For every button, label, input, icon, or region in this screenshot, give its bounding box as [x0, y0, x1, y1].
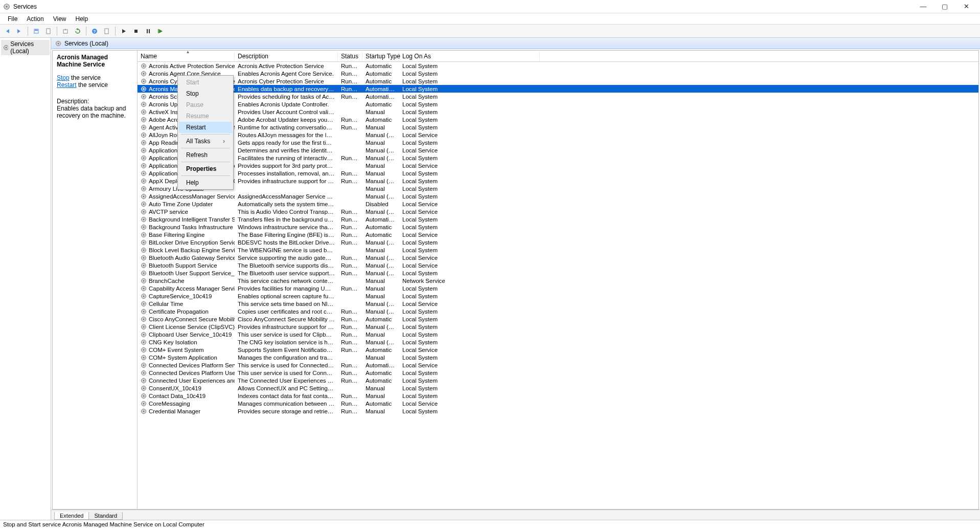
restart-button[interactable]	[155, 26, 166, 37]
restart-link[interactable]: Restart	[57, 81, 77, 89]
svc-startup: Manual	[362, 278, 399, 284]
stop-link[interactable]: Stop	[57, 74, 70, 81]
help-button[interactable]	[89, 26, 100, 37]
service-row[interactable]: AssignedAccessManager ServiceAssignedAcc…	[138, 192, 978, 200]
menu-file[interactable]: File	[3, 14, 22, 24]
forward-button[interactable]	[14, 26, 25, 37]
col-desc[interactable]: Description	[235, 52, 338, 61]
service-row[interactable]: Cisco AnyConnect Secure Mobility AgentCi…	[138, 315, 978, 323]
pause-button[interactable]	[143, 26, 154, 37]
gear-icon	[141, 163, 147, 169]
service-row[interactable]: Background Intelligent Transfer ServiceT…	[138, 215, 978, 223]
service-row[interactable]: AppX Deployment Service (AppXSVC)Provide…	[138, 177, 978, 185]
refresh-button[interactable]	[72, 26, 83, 37]
service-row[interactable]: CoreMessagingManages communication betwe…	[138, 400, 978, 407]
service-row[interactable]: COM+ System ApplicationManages the confi…	[138, 354, 978, 361]
service-row[interactable]: BranchCacheThis service caches network c…	[138, 277, 978, 284]
ctx-refresh[interactable]: Refresh	[179, 149, 232, 161]
tree-root-item[interactable]: Services (Local)	[1, 40, 50, 55]
service-row[interactable]: Bluetooth Audio Gateway ServiceService s…	[138, 254, 978, 261]
menu-help[interactable]: Help	[71, 14, 93, 24]
service-row[interactable]: CNG Key IsolationThe CNG key isolation s…	[138, 338, 978, 346]
service-row[interactable]: Connected Devices Platform ServiceThis s…	[138, 361, 978, 369]
ctx-properties[interactable]: Properties	[179, 163, 232, 174]
service-row[interactable]: ConsentUX_10c419Allows ConnectUX and PC …	[138, 384, 978, 392]
start-button[interactable]	[118, 26, 129, 37]
service-row[interactable]: Armoury Live UpdateManualLocal System	[138, 185, 978, 192]
show-hide-tree-button[interactable]	[31, 26, 42, 37]
close-button[interactable]: ✕	[955, 3, 977, 10]
service-row[interactable]: Capability Access Manager ServiceProvide…	[138, 284, 978, 292]
service-row[interactable]: Agent Activation Runtime_10c419Runtime f…	[138, 123, 978, 131]
svc-name: Bluetooth Support Service	[149, 262, 217, 269]
service-row[interactable]: Application Layer Gateway ServiceProvide…	[138, 162, 978, 169]
ctx-pause: Pause	[179, 99, 232, 111]
service-row[interactable]: Clipboard User Service_10c419This user s…	[138, 330, 978, 338]
tab-standard[interactable]: Standard	[88, 512, 123, 520]
menu-view[interactable]: View	[49, 14, 71, 24]
service-row[interactable]: Adobe Acrobat Update ServiceAdobe Acroba…	[138, 116, 978, 123]
svc-name: Client License Service (ClipSVC)	[149, 324, 235, 330]
service-row[interactable]: Connected User Experiences and Teleme...…	[138, 377, 978, 384]
open-button[interactable]	[101, 26, 112, 37]
service-row[interactable]: Acronis Active Protection ServiceAcronis…	[138, 62, 978, 70]
svc-startup: Manual (Trig...	[362, 339, 399, 345]
col-status[interactable]: Status	[338, 52, 362, 61]
service-row[interactable]: Contact Data_10c419Indexes contact data …	[138, 392, 978, 400]
svc-desc: This service sets time based on NITZ mes…	[235, 301, 338, 307]
selected-name: Acronis Managed Machine Service	[57, 54, 133, 68]
service-row[interactable]: Connected Devices Platform User Service_…	[138, 369, 978, 377]
svc-logon: Local System	[399, 86, 540, 92]
service-row[interactable]: Bluetooth User Support Service_10c419The…	[138, 269, 978, 277]
menu-action[interactable]: Action	[22, 14, 48, 24]
ctx-stop[interactable]: Stop	[179, 88, 232, 99]
service-row[interactable]: Application InformationFacilitates the r…	[138, 154, 978, 162]
svc-logon: Local System	[399, 285, 540, 292]
stop-button[interactable]	[130, 26, 142, 37]
service-row[interactable]: Application ManagementProcesses installa…	[138, 169, 978, 177]
svc-startup: Manual	[362, 393, 399, 399]
service-row[interactable]: Acronis Agent Core ServiceEnables Acroni…	[138, 70, 978, 77]
service-row[interactable]: Auto Time Zone UpdaterAutomatically sets…	[138, 200, 978, 208]
col-name[interactable]: Name▲	[138, 52, 235, 61]
maximize-button[interactable]: ▢	[934, 3, 955, 10]
app-icon	[3, 3, 10, 10]
service-row[interactable]: BitLocker Drive Encryption ServiceBDESVC…	[138, 238, 978, 246]
col-logon[interactable]: Log On As	[399, 52, 540, 61]
service-row[interactable]: Acronis Update ControllerEnables Acronis…	[138, 100, 978, 108]
tab-extended[interactable]: Extended	[54, 512, 89, 520]
service-row[interactable]: AVCTP serviceThis is Audio Video Control…	[138, 208, 978, 215]
service-row[interactable]: Block Level Backup Engine ServiceThe WBE…	[138, 246, 978, 254]
minimize-button[interactable]: —	[913, 3, 934, 10]
ctx-all-tasks[interactable]: All Tasks	[179, 136, 232, 147]
service-row[interactable]: ActiveX Installer (AxInstSV)Provides Use…	[138, 108, 978, 116]
service-row[interactable]: Application IdentityDetermines and verif…	[138, 146, 978, 154]
service-row[interactable]: Background Tasks Infrastructure ServiceW…	[138, 223, 978, 231]
service-row[interactable]: Acronis Scheduler2 ServiceProvides sched…	[138, 93, 978, 100]
col-startup[interactable]: Startup Type	[362, 52, 399, 61]
service-row[interactable]: Base Filtering EngineThe Base Filtering …	[138, 231, 978, 238]
ctx-help[interactable]: Help	[179, 177, 232, 188]
list-body[interactable]: Acronis Active Protection ServiceAcronis…	[138, 62, 978, 509]
svc-status: Running	[338, 370, 362, 376]
service-row[interactable]: Certificate PropagationCopies user certi…	[138, 307, 978, 315]
service-row[interactable]: Bluetooth Support ServiceThe Bluetooth s…	[138, 261, 978, 269]
service-row[interactable]: Cellular TimeThis service sets time base…	[138, 300, 978, 307]
back-button[interactable]	[2, 26, 13, 37]
properties-button[interactable]	[43, 26, 54, 37]
service-row[interactable]: CaptureService_10c419Enables optional sc…	[138, 292, 978, 300]
service-row[interactable]: Acronis Managed Machine ServiceEnables d…	[138, 85, 978, 93]
svc-desc: Enables data backup and recovery on the …	[235, 86, 338, 92]
ctx-restart[interactable]: Restart	[179, 122, 232, 133]
export-button[interactable]	[60, 26, 71, 37]
service-row[interactable]: App ReadinessGets apps ready for use the…	[138, 139, 978, 146]
service-row[interactable]: Client License Service (ClipSVC)Provides…	[138, 323, 978, 330]
svc-startup: Manual (Trig...	[362, 239, 399, 246]
svc-startup: Manual	[362, 332, 399, 338]
service-row[interactable]: Acronis Cyber Protection ServiceAcronis …	[138, 77, 978, 85]
titlebar[interactable]: Services — ▢ ✕	[0, 0, 980, 13]
service-row[interactable]: Credential ManagerProvides secure storag…	[138, 407, 978, 415]
svc-logon: Local Service	[399, 132, 540, 138]
service-row[interactable]: AllJoyn Router ServiceRoutes AllJoyn mes…	[138, 131, 978, 139]
service-row[interactable]: COM+ Event SystemSupports System Event N…	[138, 346, 978, 354]
